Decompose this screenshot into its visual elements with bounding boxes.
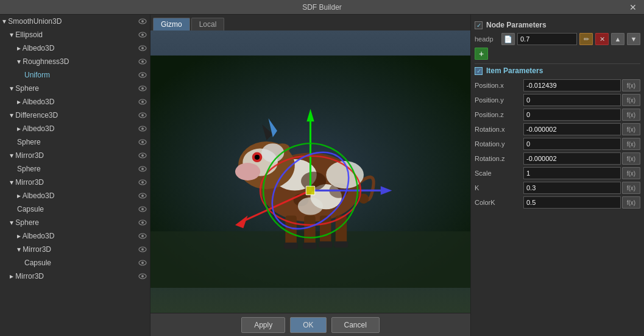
tree-item[interactable]: ▾ Roughness3D: [0, 55, 150, 68]
svg-point-3: [141, 34, 144, 36]
param-value[interactable]: 0: [523, 109, 621, 121]
eye-icon[interactable]: [138, 137, 147, 147]
param-row: Scale1f(x): [475, 166, 640, 180]
eye-icon[interactable]: [138, 258, 147, 268]
param-fx-btn[interactable]: f(x): [622, 94, 640, 106]
param-value[interactable]: -0.000002: [523, 152, 621, 165]
tree-item[interactable]: ▸ Albedo3D: [0, 122, 150, 135]
viewport-tabs: Gizmo Local: [150, 15, 470, 30]
node-params-checkbox[interactable]: ✓: [475, 21, 483, 29]
eye-icon[interactable]: [138, 70, 147, 80]
delete-btn[interactable]: ✕: [595, 33, 609, 45]
tree-item[interactable]: Uniform: [0, 68, 150, 82]
svg-rect-56: [336, 216, 347, 246]
tab-local[interactable]: Local: [191, 18, 225, 30]
svg-point-67: [298, 198, 323, 215]
add-param-btn[interactable]: +: [475, 48, 488, 60]
eye-icon[interactable]: [138, 191, 147, 201]
tree-item[interactable]: Sphere: [0, 162, 150, 176]
svg-marker-50: [262, 124, 273, 140]
node-value-input[interactable]: [517, 33, 577, 45]
eye-icon[interactable]: [138, 16, 147, 26]
tree-item[interactable]: ▾ Sphere: [0, 216, 150, 229]
param-fx-btn[interactable]: f(x): [622, 167, 640, 179]
down-btn[interactable]: ▼: [627, 33, 640, 45]
param-value[interactable]: -0.000002: [523, 123, 621, 135]
tree-item[interactable]: ▸ Albedo3D: [0, 41, 150, 55]
param-fx-btn[interactable]: f(x): [622, 182, 640, 194]
param-fx-btn[interactable]: f(x): [622, 79, 640, 91]
param-fx-btn[interactable]: f(x): [622, 123, 640, 135]
tree-item[interactable]: Sphere: [0, 135, 150, 149]
up-btn[interactable]: ▲: [611, 33, 625, 45]
eye-icon[interactable]: [138, 97, 147, 107]
param-fx-btn[interactable]: f(x): [622, 109, 640, 121]
tree-item[interactable]: ▾ Difference3D: [0, 109, 150, 122]
param-value[interactable]: -0.012439: [523, 79, 621, 91]
ok-button[interactable]: OK: [290, 317, 326, 333]
svg-point-49: [255, 155, 260, 160]
param-fx-btn[interactable]: f(x): [622, 138, 640, 150]
tree-item[interactable]: ▾ Mirror3D: [0, 149, 150, 162]
tab-gizmo[interactable]: Gizmo: [153, 18, 190, 30]
item-params-checkbox[interactable]: ✓: [475, 67, 483, 75]
tree-item[interactable]: ▾ Mirror3D: [0, 176, 150, 189]
eye-svg: [138, 152, 147, 159]
tree-item[interactable]: Capsule: [0, 256, 150, 270]
eye-svg: [138, 233, 147, 239]
svg-rect-58: [303, 243, 317, 249]
param-name: Position.x: [475, 82, 523, 89]
eye-svg: [138, 206, 147, 212]
eye-icon[interactable]: [138, 231, 147, 241]
tree-item[interactable]: ▸ Albedo3D: [0, 189, 150, 202]
svg-point-44: [311, 184, 342, 209]
eye-icon[interactable]: [138, 84, 147, 93]
param-value[interactable]: 1: [523, 167, 621, 179]
cancel-button[interactable]: Cancel: [331, 317, 380, 333]
pencil-btn[interactable]: ✏: [579, 33, 593, 45]
eye-icon[interactable]: [138, 164, 147, 174]
tree-item[interactable]: ▸ Albedo3D: [0, 229, 150, 243]
svg-point-74: [260, 156, 361, 225]
tree-item[interactable]: ▾ Sphere: [0, 82, 150, 95]
eye-icon[interactable]: [138, 124, 147, 134]
tree-item[interactable]: ▾ Mirror3D: [0, 243, 150, 256]
param-value[interactable]: 0: [523, 138, 621, 150]
viewport-svg: [150, 30, 470, 313]
tree-item[interactable]: ▾ Ellipsoid: [0, 28, 150, 41]
svg-point-11: [141, 87, 144, 90]
eye-icon[interactable]: [138, 151, 147, 160]
param-value[interactable]: 0.5: [523, 196, 621, 209]
close-button[interactable]: ✕: [627, 2, 639, 12]
svg-rect-54: [304, 216, 316, 247]
svg-point-47: [235, 163, 260, 181]
svg-point-63: [301, 172, 326, 191]
eye-icon[interactable]: [138, 30, 147, 40]
eye-icon[interactable]: [138, 218, 147, 227]
eye-svg: [138, 179, 147, 185]
tree-item[interactable]: ▾ SmoothUnion3D: [0, 15, 150, 28]
tree-item[interactable]: ▸ Mirror3D: [0, 270, 150, 283]
eye-icon[interactable]: [138, 177, 147, 187]
param-value[interactable]: 0: [523, 94, 621, 106]
eye-icon[interactable]: [138, 271, 147, 281]
tree-item[interactable]: ▸ Albedo3D: [0, 95, 150, 109]
param-fx-btn[interactable]: f(x): [622, 152, 640, 165]
param-row: Position.z0f(x): [475, 108, 640, 121]
svg-point-33: [141, 235, 144, 237]
tree-panel: ▾ SmoothUnion3D▾ Ellipsoid▸ Albedo3D▾ Ro…: [0, 15, 150, 336]
eye-icon[interactable]: [138, 110, 147, 120]
param-fx-btn[interactable]: f(x): [622, 196, 640, 209]
eye-icon[interactable]: [138, 43, 147, 53]
eye-icon[interactable]: [138, 245, 147, 254]
tree-item[interactable]: Capsule: [0, 202, 150, 216]
svg-point-9: [141, 74, 144, 76]
param-value[interactable]: 0.3: [523, 182, 621, 194]
svg-point-48: [252, 152, 262, 162]
doc-icon-btn[interactable]: 📄: [501, 33, 515, 45]
param-name: Scale: [475, 170, 523, 177]
apply-button[interactable]: Apply: [241, 317, 285, 333]
svg-rect-40: [150, 55, 470, 288]
eye-icon[interactable]: [138, 204, 147, 214]
eye-icon[interactable]: [138, 57, 147, 66]
